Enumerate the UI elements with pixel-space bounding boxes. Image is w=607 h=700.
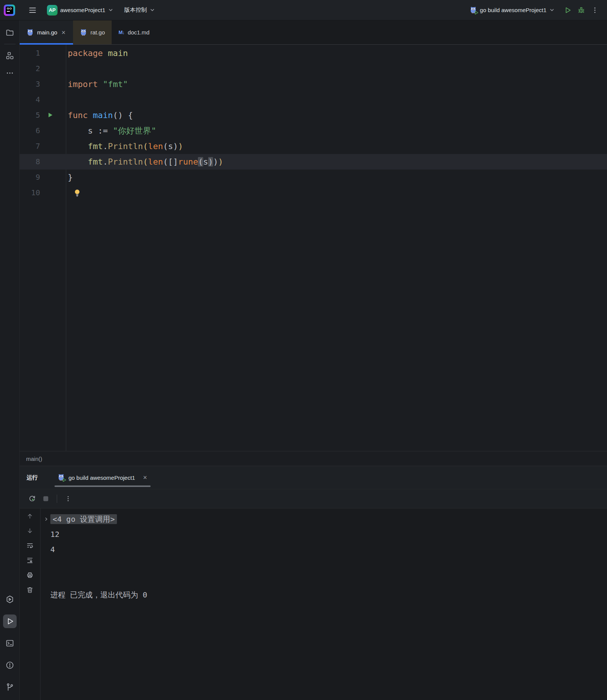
code-text [66,61,68,76]
code-text [66,92,68,107]
sidebar-item-project[interactable] [3,26,17,39]
folder-icon [5,28,14,37]
line-number[interactable]: 6 [20,123,40,138]
project-widget[interactable]: AP awesomeProject1 [43,3,117,17]
code-line[interactable]: 4 [20,92,607,107]
code-editor[interactable]: 1package main23import "fmt"45 func main(… [20,45,607,451]
line-number[interactable]: 7 [20,138,40,154]
project-badge: AP [47,5,58,16]
close-tab-icon[interactable]: × [61,29,66,36]
sidebar-item-more-toolwindows[interactable] [3,66,17,80]
line-number[interactable]: 9 [20,170,40,185]
bug-icon [577,6,585,14]
code-line[interactable]: 7 fmt.Println(len(s)) [20,138,607,154]
code-text: } [66,170,73,185]
soft-wrap-icon [26,542,34,549]
breadcrumb[interactable]: main() [20,451,607,466]
console-line: 12 [50,527,607,542]
gutter-icon-slot [40,138,66,154]
markdown-file-icon: M↓ [118,30,124,35]
console-more-button[interactable] [62,493,74,504]
tab-rat-go[interactable]: rat.go [73,20,112,44]
goland-window: GO AP awesomeProject1 版本控制 go build [0,0,607,700]
main-menu-button[interactable] [26,3,39,17]
printer-icon [26,571,34,579]
stop-button[interactable] [40,493,51,504]
run-panel-header: 运行 go build awesomeProject1 × [20,466,607,489]
services-icon [5,595,14,604]
main-toolbar: GO AP awesomeProject1 版本控制 go build [0,0,607,20]
clear-console-button[interactable] [25,585,35,595]
sidebar-item-git[interactable] [3,680,17,694]
gutter-icon-slot [40,45,66,61]
debug-button[interactable] [574,3,588,17]
run-toolwindow: 运行 go build awesomeProject1 × [20,466,607,700]
console-line [50,557,607,572]
run-line-icon[interactable] [46,111,54,119]
line-number[interactable]: 8 [20,154,40,170]
run-config-gopher-icon [470,6,477,14]
breadcrumb-item[interactable]: main() [26,456,42,462]
run-tab[interactable]: go build awesomeProject1 × [53,466,152,489]
code-line[interactable]: 2 [20,61,607,76]
code-line[interactable]: 9} [20,170,607,185]
console-output[interactable]: <4 go 设置调用>124进程 已完成，退出代码为 0 [40,509,607,700]
chevron-down-icon [108,7,114,13]
line-number[interactable]: 3 [20,76,40,92]
code-text: package main [66,45,128,61]
code-line[interactable]: 10 [20,185,607,201]
line-number[interactable]: 10 [20,185,40,201]
code-text: fmt.Println(len([]rune(s))) [66,154,223,170]
code-line[interactable]: 6 s := "你好世界" [20,123,607,138]
chevron-down-icon [549,7,555,13]
run-configuration-widget[interactable]: go build awesomeProject1 [466,3,559,17]
console-line: 进程 已完成，退出代码为 0 [50,587,607,602]
go-file-icon [26,29,34,36]
sidebar-divider [4,44,16,44]
console-line: 4 [50,542,607,557]
scroll-to-end-button[interactable] [25,555,35,566]
gutter-icon-slot [40,170,66,185]
left-toolwindow-stripe [0,20,20,700]
rerun-button[interactable] [26,493,38,504]
next-occurrence-button[interactable] [25,526,35,536]
sidebar-item-run[interactable] [3,614,17,628]
line-number[interactable]: 1 [20,45,40,61]
gutter-icon-slot [40,154,66,170]
sidebar-item-terminal[interactable] [3,636,17,650]
tab-label: doc1.md [128,29,150,36]
prev-occurrence-button[interactable] [25,511,35,521]
folded-command-text[interactable]: <4 go 设置调用> [50,514,117,524]
run-panel-title: 运行 [26,466,38,489]
sidebar-item-problems[interactable] [3,658,17,672]
print-button[interactable] [25,570,35,580]
run-toolwindow-icon [5,616,15,626]
line-number[interactable]: 2 [20,61,40,76]
goland-logo-icon: GO [4,5,15,16]
code-line[interactable]: 1package main [20,45,607,61]
stop-icon [42,495,50,503]
run-tab-gopher-icon [58,474,65,481]
code-line[interactable]: 8 fmt.Println(len([]rune(s))) [20,154,607,170]
arrow-up-icon [26,512,34,520]
gutter-icon-slot [40,92,66,107]
editor-tabbar: main.go × rat.go M↓ doc1.md [20,20,607,45]
gutter-icon-slot [40,76,66,92]
more-actions-button[interactable] [588,3,602,17]
line-number[interactable]: 5 [20,107,40,123]
tab-main-go[interactable]: main.go × [20,20,73,44]
soft-wrap-button[interactable] [25,540,35,551]
vcs-widget[interactable]: 版本控制 [120,3,159,17]
code-line[interactable]: 5 func main() { [20,107,607,123]
code-text [66,185,68,201]
tab-doc1-md[interactable]: M↓ doc1.md [112,20,156,44]
sidebar-item-structure[interactable] [3,49,17,62]
code-line[interactable]: 3import "fmt" [20,76,607,92]
gopher-icon [26,29,34,36]
run-button[interactable] [561,3,574,17]
fold-chevron-icon[interactable] [44,516,49,522]
sidebar-item-services[interactable] [3,593,17,606]
close-tab-icon[interactable]: × [142,474,148,481]
go-file-icon [80,29,87,36]
line-number[interactable]: 4 [20,92,40,107]
